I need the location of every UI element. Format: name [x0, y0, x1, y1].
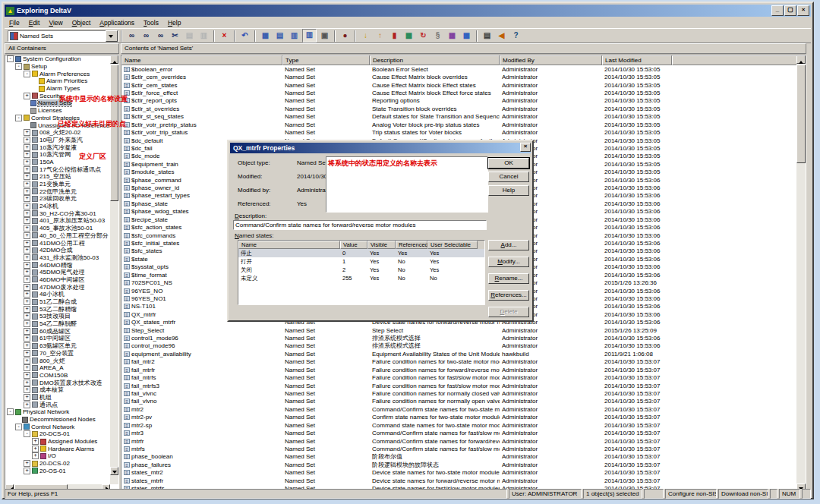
tree-item[interactable]: +51乙二醇合成	[5, 298, 110, 306]
tree-item[interactable]: +24冰机	[5, 203, 110, 210]
picture-icon[interactable]: ▦	[402, 30, 415, 42]
tree-expander-expand-icon[interactable]: +	[24, 262, 30, 269]
column-header-name[interactable]: Name	[121, 55, 282, 65]
tree-expander-expand-icon[interactable]: +	[24, 181, 30, 187]
paste-icon[interactable]: ▥	[197, 30, 210, 42]
table-row[interactable]: ≡$ctlr_st_seq_statesNamed SetDefault sta…	[121, 113, 798, 121]
tree-item[interactable]: Licenses	[5, 107, 110, 115]
tree-item[interactable]: -Alarm Preferences	[5, 70, 110, 77]
cut-icon[interactable]: ✂	[169, 30, 181, 42]
tree-item[interactable]: +22低甲洗单元	[5, 187, 110, 195]
tree-item[interactable]: -Physical Network	[5, 408, 110, 416]
help-icon[interactable]: ?	[509, 30, 522, 42]
tree-expander-expand-icon[interactable]: +	[32, 438, 39, 445]
tree-expander-expand-icon[interactable]: +	[24, 350, 30, 357]
rename-button[interactable]: Rename...	[488, 273, 529, 284]
tree-item[interactable]: +10蒸汽冷凝液	[5, 143, 110, 151]
security-icon[interactable]: §	[431, 30, 444, 42]
tree-scroll-down-icon[interactable]	[110, 467, 118, 475]
tree-item[interactable]: +70_空分装置	[5, 350, 110, 358]
tree-expander-expand-icon[interactable]: +	[24, 188, 30, 195]
tree-expander-expand-icon[interactable]: +	[24, 159, 30, 165]
tree-expander-expand-icon[interactable]: +	[24, 269, 30, 276]
tree-expander-expand-icon[interactable]: +	[24, 402, 30, 408]
table-row[interactable]: ≡$ctlr_report_optsNamed SetReporting opt…	[121, 97, 798, 105]
modify-button[interactable]: Modify...	[488, 257, 529, 267]
download-icon[interactable]: ↓	[359, 30, 372, 42]
tree-item[interactable]: +44DMO精馏	[5, 261, 110, 269]
tree-item[interactable]: Alarm Priorities	[5, 77, 110, 85]
tree-item[interactable]: +47DMO废水处理	[5, 283, 110, 291]
tree-expander-expand-icon[interactable]: +	[24, 306, 30, 313]
named-state-row[interactable]: 关闭2YesNoYes	[238, 266, 484, 274]
tree-item[interactable]: +53乙二醇精馏	[5, 305, 110, 313]
tree-item[interactable]: +20-OS-01	[5, 468, 110, 475]
tree-expander-expand-icon[interactable]: +	[24, 394, 30, 401]
table-row[interactable]: ≡fail_vlvnoNamed SetFailure condition na…	[121, 398, 798, 405]
menu-item-object[interactable]: Object	[68, 18, 96, 27]
upload-icon[interactable]: ↑	[374, 30, 386, 42]
tree-item[interactable]: +17气化公控指标通讯点	[5, 165, 110, 173]
book-icon[interactable]: ▮	[388, 30, 401, 42]
tree-item[interactable]: +AREA_A	[5, 364, 110, 372]
table-row[interactable]: ≡$ctlr_votr_pretrip_statusNamed SetAnalo…	[121, 121, 798, 128]
named-state-row[interactable]: 停止0YesYesYes	[238, 249, 484, 257]
tree-expander-expand-icon[interactable]: +	[24, 144, 30, 151]
tree-item[interactable]: +008_火炬20-02	[5, 129, 110, 137]
menu-item-tools[interactable]: Tools	[139, 18, 163, 27]
combobox-dropdown-button[interactable]	[106, 30, 118, 42]
tree-item[interactable]: +53技改项目	[5, 313, 110, 320]
tree-expander-expand-icon[interactable]: +	[24, 173, 30, 180]
menu-item-file[interactable]: File	[5, 18, 24, 27]
tree-item[interactable]: +COM150B	[5, 372, 110, 380]
table-row[interactable]: ≡control1_mode96Named Set排渣系统模式选择Adminis…	[121, 334, 798, 342]
tree-expander-expand-icon[interactable]: +	[24, 195, 30, 202]
states-column-header-visible[interactable]: Visible	[367, 241, 396, 249]
find-small-icon[interactable]: ∞	[154, 30, 167, 42]
close-button[interactable]: ×	[797, 5, 809, 16]
tree-expander-expand-icon[interactable]: +	[24, 320, 30, 327]
tree-item[interactable]: Alarm Types	[5, 85, 110, 93]
table-row[interactable]: ≡mtrfsNamed SetCommand/Confirm state nam…	[121, 445, 798, 452]
notebook-icon[interactable]: ▤	[481, 30, 494, 42]
list-vscrollbar[interactable]	[796, 55, 806, 493]
large-icons-icon[interactable]: ▦	[259, 30, 272, 42]
table-row[interactable]: ≡phase_booleanNamed Set阶段布尔值Administrato…	[121, 453, 798, 461]
table-row[interactable]: ≡mtr2-pvNamed SetConfirm state names for…	[121, 414, 798, 421]
maximize-button[interactable]: ▢	[784, 5, 796, 16]
tree-expander-expand-icon[interactable]: +	[24, 386, 30, 393]
tree-item[interactable]: +机组	[5, 394, 110, 402]
menu-item-help[interactable]: Help	[163, 18, 185, 27]
list-vscroll-thumb[interactable]	[796, 65, 806, 163]
tree-expander-expand-icon[interactable]: +	[24, 284, 30, 291]
help-button[interactable]: Help	[488, 185, 529, 196]
table-row[interactable]: ≡fail_mtrfrNamed SetFailure condition na…	[121, 366, 798, 373]
column-header-last-modified[interactable]: Last Modified	[602, 55, 672, 65]
table-row[interactable]: ≡mtrfrNamed SetCommand/Confirm state nam…	[121, 437, 798, 445]
matrix-icon[interactable]: ▦	[446, 30, 459, 42]
cancel-button[interactable]: Cancel	[488, 172, 529, 182]
minimize-button[interactable]: _	[771, 5, 784, 16]
tree-item[interactable]: +48小冰机	[5, 291, 110, 298]
states-column-header-referenced[interactable]: Referenced	[396, 241, 427, 249]
table-row[interactable]: ≡fail_vlvncNamed SetFailure condition na…	[121, 389, 798, 397]
tree-item[interactable]: +21变换单元	[5, 181, 110, 188]
tree-item[interactable]: +45DMO尾气处理	[5, 269, 110, 276]
copy-icon[interactable]: ▤	[183, 30, 196, 42]
tree-item[interactable]: +63氨罐区单元	[5, 342, 110, 350]
details-view-icon[interactable]: ▥	[302, 29, 317, 43]
tree-item[interactable]: +41DMO公用工程	[5, 239, 110, 247]
table-row[interactable]: ≡phase_failuresNamed Set阶段逻辑模块的故障状态Admin…	[121, 461, 798, 468]
tree-item[interactable]: +30_H2-CO分离30-01	[5, 209, 110, 217]
find-tagged-icon[interactable]: ∞	[140, 30, 153, 42]
table-row[interactable]: ≡$boolean_errorNamed SetBoolean Error Se…	[121, 65, 798, 73]
tree-expander-expand-icon[interactable]: +	[24, 313, 30, 320]
find-icon[interactable]: ∞	[125, 30, 138, 42]
tree-expander-expand-icon[interactable]: +	[24, 225, 30, 232]
tree-expander-expand-icon[interactable]: +	[24, 217, 30, 224]
tree-item[interactable]: +Assigned Modules	[5, 438, 110, 446]
tree-expander-expand-icon[interactable]: +	[24, 342, 30, 349]
tree-item[interactable]: +431_排水监测池50-03	[5, 254, 110, 262]
object-type-combobox[interactable]: Named Sets	[8, 30, 118, 42]
tree-expander-expand-icon[interactable]: +	[24, 298, 30, 305]
